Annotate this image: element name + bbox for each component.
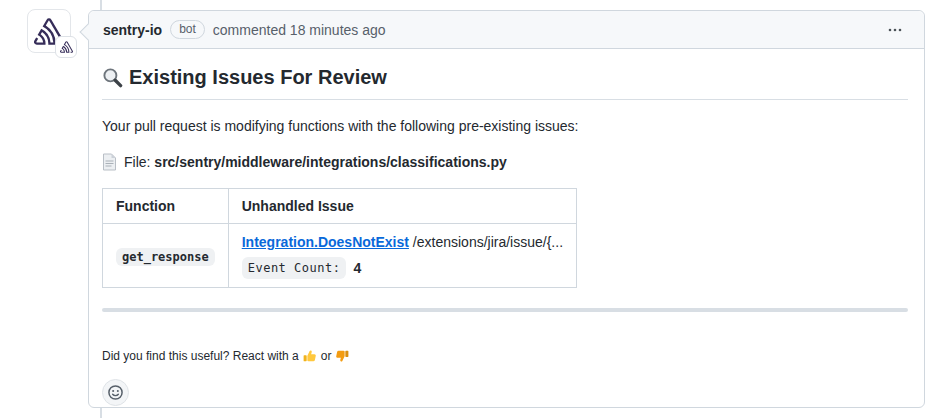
author-link[interactable]: sentry-io (103, 22, 162, 38)
comment-card: sentry-io bot commented 18 minutes ago E… (88, 10, 925, 408)
event-count-value: 4 (353, 259, 361, 277)
smiley-icon (107, 384, 124, 401)
file-label: File: (124, 154, 150, 170)
issue-cell: Integration.DoesNotExist /extensions/jir… (228, 224, 576, 288)
column-header-function: Function (103, 189, 229, 224)
thumbs-down-icon (335, 349, 349, 363)
file-label-wrap: File: src/sentry/middleware/integrations… (124, 152, 507, 172)
event-count-line: Event Count: 4 (242, 257, 563, 279)
event-count-label: Event Count: (242, 257, 347, 279)
issue-line: Integration.DoesNotExist /extensions/jir… (242, 232, 563, 252)
comment-header: sentry-io bot commented 18 minutes ago (89, 11, 924, 49)
table-row: get_response Integration.DoesNotExist /e… (103, 224, 577, 288)
table-header-row: Function Unhandled Issue (103, 189, 577, 224)
avatar[interactable] (27, 9, 71, 53)
add-reaction-button[interactable] (102, 379, 129, 406)
kebab-menu-button[interactable] (882, 18, 908, 42)
kebab-horizontal-icon (886, 22, 904, 38)
comment-heading-text: Existing Issues For Review (129, 65, 387, 89)
file-line: File: src/sentry/middleware/integrations… (102, 152, 908, 172)
footer-note: Did you find this useful? React with a o… (102, 348, 908, 364)
footer-prompt: Did you find this useful? React with a (102, 348, 299, 364)
sentry-logo-mini-icon (60, 41, 73, 53)
function-code: get_response (116, 248, 215, 266)
file-path: src/sentry/middleware/integrations/class… (154, 154, 506, 170)
avatar-bot-badge (55, 36, 77, 58)
page-facing-up-icon (102, 153, 117, 171)
footer-or: or (321, 348, 332, 364)
issue-link[interactable]: Integration.DoesNotExist (242, 234, 409, 250)
column-header-unhandled-issue: Unhandled Issue (228, 189, 576, 224)
thumbs-up-icon (303, 349, 317, 363)
bot-badge: bot (170, 20, 205, 39)
divider (102, 308, 908, 312)
issue-path-suffix: /extensions/jira/issue/{... (413, 234, 563, 250)
intro-text: Your pull request is modifying functions… (102, 116, 908, 136)
comment-body: Existing Issues For Review Your pull req… (89, 49, 924, 418)
issues-table: Function Unhandled Issue get_response In… (102, 188, 577, 288)
function-cell: get_response (103, 224, 229, 288)
comment-heading: Existing Issues For Review (102, 65, 908, 100)
magnifier-icon (102, 67, 123, 88)
timestamp-link[interactable]: commented 18 minutes ago (213, 22, 386, 38)
